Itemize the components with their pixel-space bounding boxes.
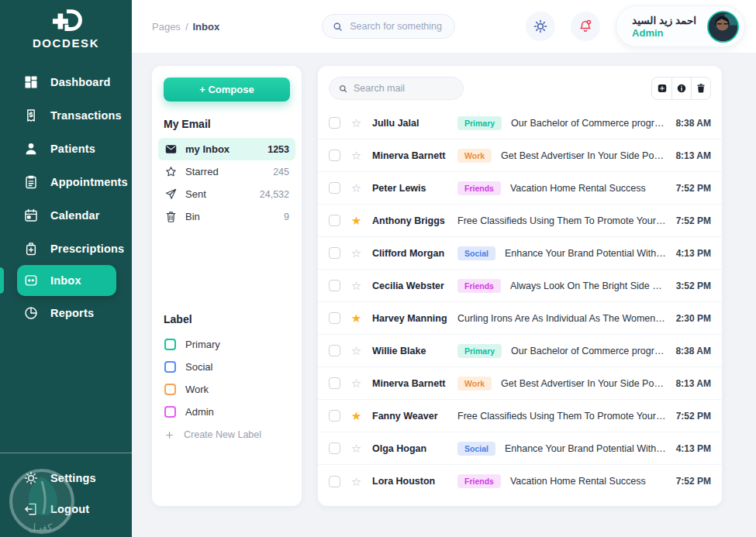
sidebar-item-transactions[interactable]: Transactions [0, 98, 132, 132]
breadcrumb-section[interactable]: Pages [152, 21, 181, 33]
info-button[interactable] [671, 77, 691, 99]
transactions-icon [23, 108, 39, 123]
sidebar-item-appointments[interactable]: Appointments [0, 165, 132, 198]
label-checkbox[interactable] [164, 361, 176, 373]
mail-time: 8:38 AM [675, 346, 711, 356]
global-search-input[interactable] [350, 21, 443, 32]
mail-label-social[interactable]: Social [152, 356, 302, 378]
mail-time: 4:13 PM [676, 443, 711, 454]
mail-time: 7:52 PM [676, 411, 711, 422]
label-checkbox[interactable] [164, 339, 176, 350]
mail-time: 8:13 AM [675, 378, 711, 389]
sidebar-item-settings[interactable]: Settings [0, 463, 132, 494]
star-icon[interactable]: ★ [350, 410, 363, 422]
mail-subject: Vacation Home Rental Success [510, 183, 667, 194]
row-checkbox[interactable] [329, 117, 340, 129]
sidebar-item-calendar[interactable]: Calendar [0, 198, 132, 232]
mail-row[interactable]: ☆ Willie Blake Primary Our Bachelor of C… [318, 335, 722, 367]
row-checkbox[interactable] [329, 247, 340, 259]
mail-subject: Enhance Your Brand Potential With Giant … [505, 443, 667, 454]
sidebar-item-reports[interactable]: Reports [0, 296, 132, 329]
folder-count: 9 [284, 212, 289, 222]
trash-filled-button[interactable] [691, 77, 710, 99]
search-icon [338, 84, 348, 94]
row-checkbox[interactable] [329, 280, 340, 291]
user-menu[interactable]: احمد زيد السيد Admin [616, 5, 745, 47]
sidebar-item-inbox[interactable]: Inbox [17, 265, 116, 296]
row-checkbox[interactable] [329, 442, 340, 454]
global-search[interactable] [322, 14, 455, 39]
mail-row[interactable]: ☆ Jullu Jalal Primary Our Bachelor of Co… [318, 107, 722, 139]
mail-subject: Curling Irons Are As Individual As The W… [457, 313, 667, 324]
send-icon [164, 188, 178, 201]
row-checkbox[interactable] [329, 182, 340, 194]
mail-list-card: ☆ Jullu Jalal Primary Our Bachelor of Co… [318, 66, 722, 506]
mail-label-work[interactable]: Work [152, 378, 302, 401]
sender-name: Willie Blake [372, 346, 448, 356]
folder-sent[interactable]: Sent 24,532 [158, 183, 295, 205]
notifications-button[interactable] [571, 12, 600, 41]
mail-time: 8:38 AM [675, 118, 711, 129]
mail-subject: Vacation Home Rental Success [510, 476, 667, 487]
dashboard-icon [23, 74, 39, 90]
topbar: Pages / Inbox احمد زيد السيد Admin [132, 0, 756, 53]
star-icon[interactable]: ☆ [350, 150, 363, 161]
row-checkbox[interactable] [329, 215, 340, 226]
star-icon[interactable]: ☆ [350, 280, 363, 291]
star-icon[interactable]: ☆ [350, 377, 363, 389]
mail-time: 7:52 PM [676, 476, 711, 487]
row-checkbox[interactable] [329, 476, 340, 487]
sidebar-item-patients[interactable]: Patients [0, 132, 132, 165]
row-checkbox[interactable] [329, 345, 340, 356]
folder-bin[interactable]: Bin 9 [158, 205, 295, 228]
folder-count: 1253 [268, 144, 289, 155]
mail-label-admin[interactable]: Admin [152, 401, 302, 423]
row-checkbox[interactable] [329, 410, 340, 422]
star-icon[interactable]: ☆ [350, 345, 363, 356]
sender-name: Jullu Jalal [372, 118, 448, 129]
row-checkbox[interactable] [329, 377, 340, 389]
create-new-label-text: Create New Label [184, 429, 261, 440]
label-checkbox[interactable] [164, 384, 176, 395]
mail-search[interactable] [329, 77, 464, 100]
mail-row[interactable]: ☆ Olga Hogan Social Enhance Your Brand P… [318, 432, 722, 465]
archive-add-button[interactable] [652, 77, 671, 99]
star-icon[interactable]: ☆ [350, 442, 363, 454]
mail-row[interactable]: ☆ Minerva Barnett Work Get Best Advertis… [318, 367, 722, 400]
star-icon[interactable]: ☆ [350, 247, 363, 259]
sidebar-item-logout[interactable]: Logout [0, 494, 132, 525]
mail-row[interactable]: ★ Anthony Briggs Free Classifieds Using … [318, 205, 722, 237]
breadcrumb: Pages / Inbox [152, 21, 219, 33]
mail-search-input[interactable] [354, 83, 447, 94]
create-new-label-button[interactable]: Create New Label [164, 429, 289, 440]
folder-starred[interactable]: Starred 245 [158, 160, 295, 183]
sidebar-item-dashboard[interactable]: Dashboard [0, 65, 132, 98]
star-icon[interactable]: ★ [350, 215, 363, 226]
mail-row[interactable]: ☆ Peter Lewis Friends Vacation Home Rent… [318, 172, 722, 205]
label-checkbox[interactable] [164, 406, 176, 418]
mail-row[interactable]: ☆ Cecilia Webster Friends Always Look On… [318, 270, 722, 302]
star-icon[interactable]: ★ [350, 312, 363, 324]
star-icon[interactable]: ☆ [350, 476, 363, 487]
mail-subject: Get Best Advertiser In Your Side Pocket [501, 378, 666, 389]
sidebar-item-prescriptions[interactable]: Prescriptions [0, 232, 132, 265]
trash-icon [164, 210, 178, 223]
row-checkbox[interactable] [329, 150, 340, 161]
star-icon[interactable]: ☆ [350, 117, 363, 129]
mail-row[interactable]: ☆ Minerva Barnett Work Get Best Advertis… [318, 139, 722, 172]
mail-row[interactable]: ★ Harvey Manning Curling Irons Are As In… [318, 302, 722, 335]
mail-row[interactable]: ★ Fanny Weaver Free Classifieds Using Th… [318, 400, 722, 432]
logout-icon [23, 501, 39, 517]
settings-button[interactable] [526, 12, 555, 41]
row-checkbox[interactable] [329, 312, 340, 324]
mail-badge: Work [457, 377, 492, 391]
folder-my-inbox[interactable]: my Inbox 1253 [158, 138, 295, 160]
mail-row[interactable]: ☆ Clifford Morgan Social Enhance Your Br… [318, 237, 722, 270]
compose-button[interactable]: + Compose [164, 77, 290, 102]
mail-subject: Our Bachelor of Commerce program is ACBS… [511, 118, 666, 129]
patients-icon [23, 141, 39, 157]
user-name: احمد زيد السيد [632, 14, 696, 26]
mail-row[interactable]: ☆ Lora Houston Friends Vacation Home Ren… [318, 465, 722, 497]
star-icon[interactable]: ☆ [350, 182, 363, 194]
mail-label-primary[interactable]: Primary [152, 333, 302, 356]
